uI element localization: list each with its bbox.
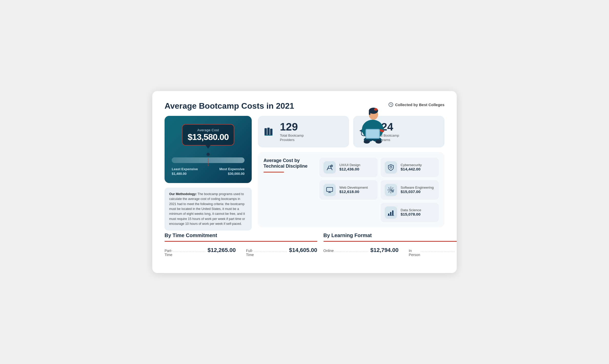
- avg-cost-value: $13,580.00: [188, 132, 229, 142]
- format-online: Online ........................ $12,794.…: [323, 247, 399, 254]
- discipline-title: Average Cost by Technical Discipline: [263, 158, 315, 169]
- most-expensive: Most Expensive $30,000.00: [208, 167, 245, 176]
- discipline-header: Average Cost by Technical Discipline: [263, 158, 315, 222]
- svg-point-4: [374, 108, 378, 111]
- svg-point-26: [390, 166, 392, 168]
- cost-box: Average Cost $13,580.00 Least Expensive …: [165, 116, 252, 183]
- gauge-area: Least Expensive $1,480.00 Most Expensive…: [172, 153, 245, 176]
- main-card: Average Bootcamp Costs in 2021: [152, 91, 457, 273]
- svg-rect-3: [369, 111, 370, 115]
- svg-rect-14: [265, 128, 267, 135]
- discipline-info-cyber: Cybersecurity $14,442.00: [401, 163, 422, 171]
- person-illustration: [357, 101, 388, 145]
- svg-rect-17: [265, 135, 272, 136]
- svg-rect-15: [267, 128, 270, 135]
- avg-cost-label: Average Cost: [188, 128, 229, 132]
- ux-icon: [323, 161, 336, 174]
- learning-format-section: By Learning Format Online ..............…: [323, 232, 457, 257]
- discipline-info-ds: Data Science $15,078.00: [401, 208, 421, 217]
- content-row: Average Cost $13,580.00 Least Expensive …: [165, 116, 444, 231]
- svg-line-21: [327, 166, 329, 170]
- discipline-info-webdev: Web Development $12,618.00: [339, 186, 368, 194]
- stat-desc-providers: Total Bootcamp Providers: [280, 133, 304, 142]
- discipline-divider: [263, 172, 284, 173]
- svg-rect-10: [366, 130, 379, 138]
- discipline-item-ux: UX/UI Design $12,436.00: [319, 158, 378, 177]
- discipline-item-se: Software Engineering $15,037.00: [381, 180, 439, 200]
- time-commitment-section: By Time Commitment Part-Time ...........…: [165, 232, 317, 257]
- svg-line-25: [331, 165, 332, 166]
- svg-rect-34: [390, 212, 391, 215]
- svg-point-31: [390, 189, 392, 191]
- shield-icon: [385, 161, 397, 174]
- time-commitment-divider: [165, 241, 317, 242]
- methodology-bold: Our Methodology:: [169, 192, 197, 196]
- stat-number-providers: 129: [280, 122, 304, 132]
- bottom-row: By Time Commitment Part-Time ...........…: [165, 232, 444, 257]
- time-part-time: Part-Time ....................... $12,26…: [165, 247, 236, 257]
- svg-point-12: [375, 140, 382, 144]
- discipline-item-webdev: Web Development $12,618.00: [319, 180, 378, 200]
- learning-format-divider: [323, 241, 457, 242]
- gauge-dashed: [208, 158, 208, 166]
- gear-icon: [385, 184, 397, 196]
- time-full-time: Full-Time ....................... $14,60…: [246, 247, 317, 257]
- right-panel: 129 Total Bootcamp Providers: [258, 116, 444, 227]
- time-commitment-values: Part-Time ....................... $12,26…: [165, 247, 317, 257]
- stat-info-providers: 129 Total Bootcamp Providers: [280, 122, 304, 142]
- learning-format-title: By Learning Format: [323, 232, 457, 238]
- gauge-dot: [207, 153, 210, 156]
- discipline-item-ds: Data Science $15,078.00: [381, 203, 439, 222]
- methodology-text: The bootcamp programs used to calculate …: [169, 192, 245, 226]
- stats-row: 129 Total Bootcamp Providers: [258, 116, 444, 147]
- stat-card-providers: 129 Total Bootcamp Providers: [258, 116, 349, 147]
- format-in-person: In Person ........................ $13,8…: [409, 247, 457, 257]
- methodology-box: Our Methodology: The bootcamp programs u…: [165, 188, 252, 231]
- svg-point-11: [364, 140, 370, 144]
- avg-cost-bubble: Average Cost $13,580.00: [182, 124, 234, 146]
- least-expensive: Least Expensive $1,480.00: [172, 167, 208, 176]
- left-panel: Average Cost $13,580.00 Least Expensive …: [165, 116, 252, 231]
- svg-rect-33: [388, 214, 389, 215]
- discipline-item-cyber: Cybersecurity $14,442.00: [381, 158, 439, 177]
- gauge-line-wrapper: [172, 157, 245, 163]
- clock-icon: [389, 102, 393, 107]
- time-commitment-title: By Time Commitment: [165, 232, 317, 238]
- gauge-labels: Least Expensive $1,480.00 Most Expensive…: [172, 167, 245, 176]
- page-title: Average Bootcamp Costs in 2021: [165, 101, 294, 111]
- discipline-info-se: Software Engineering $15,037.00: [401, 186, 434, 194]
- svg-rect-35: [392, 210, 393, 215]
- header-row: Average Bootcamp Costs in 2021: [165, 101, 444, 111]
- books-icon: [263, 126, 275, 138]
- discipline-grid: UX/UI Design $12,436.00: [319, 158, 439, 222]
- svg-rect-28: [327, 187, 333, 191]
- discipline-section: Average Cost by Technical Discipline: [258, 152, 444, 227]
- svg-rect-16: [270, 129, 272, 135]
- collected-by: Collected by Best Colleges: [389, 102, 444, 107]
- monitor-icon: [323, 184, 336, 196]
- discipline-info-ux: UX/UI Design $12,436.00: [339, 163, 360, 171]
- learning-format-values: Online ........................ $12,794.…: [323, 247, 457, 257]
- chart-icon: [385, 206, 397, 219]
